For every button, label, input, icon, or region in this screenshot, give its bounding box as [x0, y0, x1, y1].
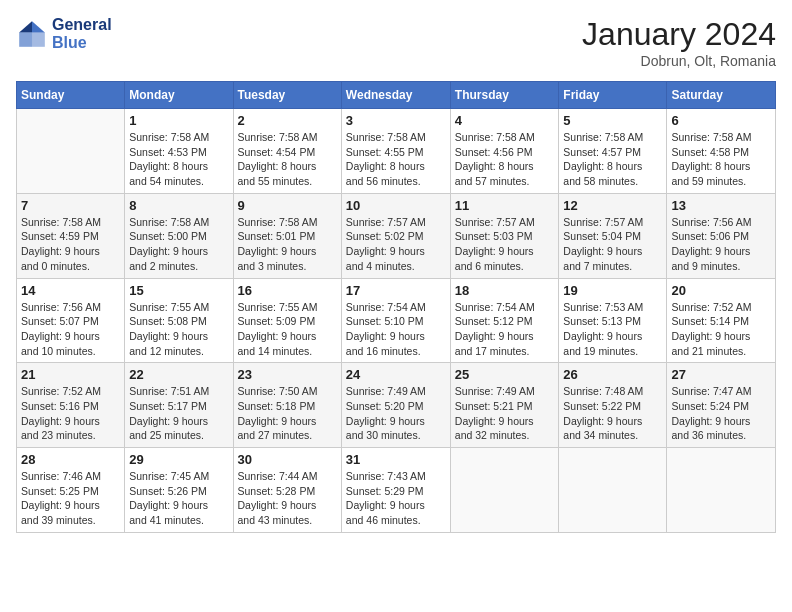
calendar-cell: [17, 109, 125, 194]
calendar-cell: [450, 448, 559, 533]
calendar-cell: 20Sunrise: 7:52 AM Sunset: 5:14 PM Dayli…: [667, 278, 776, 363]
day-number: 13: [671, 198, 771, 213]
calendar-week-row: 14Sunrise: 7:56 AM Sunset: 5:07 PM Dayli…: [17, 278, 776, 363]
svg-marker-2: [19, 21, 32, 32]
day-info: Sunrise: 7:56 AM Sunset: 5:07 PM Dayligh…: [21, 300, 120, 359]
calendar-cell: 16Sunrise: 7:55 AM Sunset: 5:09 PM Dayli…: [233, 278, 341, 363]
calendar-cell: 2Sunrise: 7:58 AM Sunset: 4:54 PM Daylig…: [233, 109, 341, 194]
page-header: General Blue January 2024 Dobrun, Olt, R…: [16, 16, 776, 69]
day-number: 20: [671, 283, 771, 298]
calendar-cell: 11Sunrise: 7:57 AM Sunset: 5:03 PM Dayli…: [450, 193, 559, 278]
calendar-cell: 15Sunrise: 7:55 AM Sunset: 5:08 PM Dayli…: [125, 278, 233, 363]
day-number: 31: [346, 452, 446, 467]
day-number: 15: [129, 283, 228, 298]
day-number: 7: [21, 198, 120, 213]
day-info: Sunrise: 7:51 AM Sunset: 5:17 PM Dayligh…: [129, 384, 228, 443]
day-number: 28: [21, 452, 120, 467]
day-info: Sunrise: 7:49 AM Sunset: 5:21 PM Dayligh…: [455, 384, 555, 443]
day-number: 12: [563, 198, 662, 213]
day-info: Sunrise: 7:46 AM Sunset: 5:25 PM Dayligh…: [21, 469, 120, 528]
day-info: Sunrise: 7:54 AM Sunset: 5:10 PM Dayligh…: [346, 300, 446, 359]
calendar-cell: [559, 448, 667, 533]
calendar-cell: 30Sunrise: 7:44 AM Sunset: 5:28 PM Dayli…: [233, 448, 341, 533]
location: Dobrun, Olt, Romania: [582, 53, 776, 69]
day-number: 25: [455, 367, 555, 382]
day-number: 5: [563, 113, 662, 128]
svg-marker-3: [19, 32, 32, 46]
day-info: Sunrise: 7:43 AM Sunset: 5:29 PM Dayligh…: [346, 469, 446, 528]
day-info: Sunrise: 7:48 AM Sunset: 5:22 PM Dayligh…: [563, 384, 662, 443]
calendar-cell: 28Sunrise: 7:46 AM Sunset: 5:25 PM Dayli…: [17, 448, 125, 533]
day-info: Sunrise: 7:58 AM Sunset: 4:57 PM Dayligh…: [563, 130, 662, 189]
day-number: 11: [455, 198, 555, 213]
day-info: Sunrise: 7:52 AM Sunset: 5:14 PM Dayligh…: [671, 300, 771, 359]
calendar-cell: [667, 448, 776, 533]
day-number: 21: [21, 367, 120, 382]
day-info: Sunrise: 7:57 AM Sunset: 5:04 PM Dayligh…: [563, 215, 662, 274]
calendar-cell: 9Sunrise: 7:58 AM Sunset: 5:01 PM Daylig…: [233, 193, 341, 278]
day-number: 18: [455, 283, 555, 298]
calendar-week-row: 28Sunrise: 7:46 AM Sunset: 5:25 PM Dayli…: [17, 448, 776, 533]
calendar-cell: 31Sunrise: 7:43 AM Sunset: 5:29 PM Dayli…: [341, 448, 450, 533]
calendar-cell: 18Sunrise: 7:54 AM Sunset: 5:12 PM Dayli…: [450, 278, 559, 363]
day-info: Sunrise: 7:58 AM Sunset: 4:56 PM Dayligh…: [455, 130, 555, 189]
weekday-header: Friday: [559, 82, 667, 109]
day-number: 19: [563, 283, 662, 298]
calendar-cell: 14Sunrise: 7:56 AM Sunset: 5:07 PM Dayli…: [17, 278, 125, 363]
day-info: Sunrise: 7:58 AM Sunset: 5:00 PM Dayligh…: [129, 215, 228, 274]
day-info: Sunrise: 7:57 AM Sunset: 5:03 PM Dayligh…: [455, 215, 555, 274]
day-number: 27: [671, 367, 771, 382]
weekday-header: Monday: [125, 82, 233, 109]
day-number: 4: [455, 113, 555, 128]
calendar-table: SundayMondayTuesdayWednesdayThursdayFrid…: [16, 81, 776, 533]
calendar-cell: 21Sunrise: 7:52 AM Sunset: 5:16 PM Dayli…: [17, 363, 125, 448]
weekday-header: Saturday: [667, 82, 776, 109]
calendar-cell: 4Sunrise: 7:58 AM Sunset: 4:56 PM Daylig…: [450, 109, 559, 194]
calendar-cell: 12Sunrise: 7:57 AM Sunset: 5:04 PM Dayli…: [559, 193, 667, 278]
calendar-cell: 19Sunrise: 7:53 AM Sunset: 5:13 PM Dayli…: [559, 278, 667, 363]
day-number: 30: [238, 452, 337, 467]
svg-marker-1: [32, 21, 45, 32]
day-number: 9: [238, 198, 337, 213]
day-number: 23: [238, 367, 337, 382]
day-info: Sunrise: 7:44 AM Sunset: 5:28 PM Dayligh…: [238, 469, 337, 528]
day-info: Sunrise: 7:58 AM Sunset: 4:59 PM Dayligh…: [21, 215, 120, 274]
calendar-cell: 7Sunrise: 7:58 AM Sunset: 4:59 PM Daylig…: [17, 193, 125, 278]
day-number: 22: [129, 367, 228, 382]
day-number: 8: [129, 198, 228, 213]
day-info: Sunrise: 7:54 AM Sunset: 5:12 PM Dayligh…: [455, 300, 555, 359]
svg-marker-4: [32, 32, 45, 46]
calendar-cell: 27Sunrise: 7:47 AM Sunset: 5:24 PM Dayli…: [667, 363, 776, 448]
calendar-cell: 26Sunrise: 7:48 AM Sunset: 5:22 PM Dayli…: [559, 363, 667, 448]
calendar-cell: 25Sunrise: 7:49 AM Sunset: 5:21 PM Dayli…: [450, 363, 559, 448]
day-info: Sunrise: 7:53 AM Sunset: 5:13 PM Dayligh…: [563, 300, 662, 359]
day-number: 6: [671, 113, 771, 128]
weekday-header-row: SundayMondayTuesdayWednesdayThursdayFrid…: [17, 82, 776, 109]
day-info: Sunrise: 7:56 AM Sunset: 5:06 PM Dayligh…: [671, 215, 771, 274]
title-block: January 2024 Dobrun, Olt, Romania: [582, 16, 776, 69]
calendar-cell: 23Sunrise: 7:50 AM Sunset: 5:18 PM Dayli…: [233, 363, 341, 448]
day-info: Sunrise: 7:50 AM Sunset: 5:18 PM Dayligh…: [238, 384, 337, 443]
calendar-cell: 13Sunrise: 7:56 AM Sunset: 5:06 PM Dayli…: [667, 193, 776, 278]
calendar-cell: 6Sunrise: 7:58 AM Sunset: 4:58 PM Daylig…: [667, 109, 776, 194]
day-info: Sunrise: 7:58 AM Sunset: 4:53 PM Dayligh…: [129, 130, 228, 189]
day-number: 3: [346, 113, 446, 128]
day-number: 10: [346, 198, 446, 213]
calendar-cell: 24Sunrise: 7:49 AM Sunset: 5:20 PM Dayli…: [341, 363, 450, 448]
calendar-cell: 10Sunrise: 7:57 AM Sunset: 5:02 PM Dayli…: [341, 193, 450, 278]
calendar-cell: 8Sunrise: 7:58 AM Sunset: 5:00 PM Daylig…: [125, 193, 233, 278]
day-number: 1: [129, 113, 228, 128]
day-info: Sunrise: 7:58 AM Sunset: 4:54 PM Dayligh…: [238, 130, 337, 189]
day-info: Sunrise: 7:58 AM Sunset: 4:55 PM Dayligh…: [346, 130, 446, 189]
day-info: Sunrise: 7:58 AM Sunset: 4:58 PM Dayligh…: [671, 130, 771, 189]
day-number: 17: [346, 283, 446, 298]
day-info: Sunrise: 7:47 AM Sunset: 5:24 PM Dayligh…: [671, 384, 771, 443]
calendar-cell: 3Sunrise: 7:58 AM Sunset: 4:55 PM Daylig…: [341, 109, 450, 194]
day-info: Sunrise: 7:58 AM Sunset: 5:01 PM Dayligh…: [238, 215, 337, 274]
weekday-header: Tuesday: [233, 82, 341, 109]
calendar-cell: 29Sunrise: 7:45 AM Sunset: 5:26 PM Dayli…: [125, 448, 233, 533]
day-number: 24: [346, 367, 446, 382]
calendar-week-row: 1Sunrise: 7:58 AM Sunset: 4:53 PM Daylig…: [17, 109, 776, 194]
weekday-header: Wednesday: [341, 82, 450, 109]
day-info: Sunrise: 7:45 AM Sunset: 5:26 PM Dayligh…: [129, 469, 228, 528]
